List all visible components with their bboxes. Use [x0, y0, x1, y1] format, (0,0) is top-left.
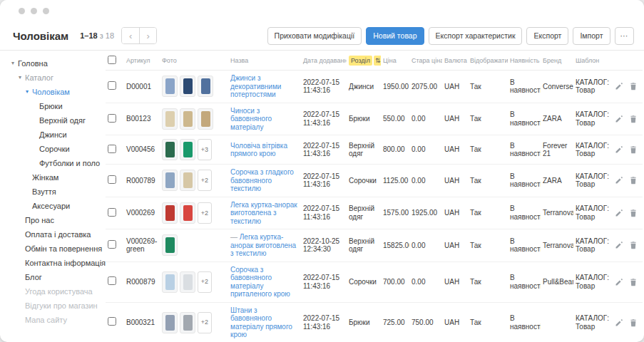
product-thumbnail[interactable]: [162, 312, 178, 333]
sidebar-item[interactable]: Оплата і доставка: [6, 227, 106, 242]
new-product-button[interactable]: Новий товар: [366, 27, 424, 45]
column-header-display[interactable]: Відображати: [468, 51, 508, 71]
sidebar-item[interactable]: Взуття: [6, 185, 106, 199]
column-header-old_price[interactable]: Стара ціна: [409, 51, 442, 71]
more-photos-badge[interactable]: +2: [198, 170, 212, 191]
product-name-link[interactable]: Чоловіча вітрівка прямого крою: [230, 142, 287, 158]
product-name-link[interactable]: Сорочка з бавовняного матеріалу притален…: [230, 266, 290, 299]
sidebar-item[interactable]: Аксесуари: [6, 199, 106, 213]
edit-icon[interactable]: [615, 115, 623, 123]
row-checkbox[interactable]: [108, 145, 116, 153]
more-photos-badge[interactable]: +2: [198, 312, 212, 333]
delete-icon[interactable]: [629, 278, 638, 286]
column-header-photo[interactable]: Фото: [160, 51, 228, 71]
window-minimize-button[interactable]: [31, 8, 37, 14]
product-thumbnail[interactable]: [162, 271, 178, 293]
product-thumbnail[interactable]: [180, 139, 195, 160]
sidebar-item[interactable]: Жінкам: [6, 170, 106, 185]
row-checkbox[interactable]: [108, 81, 116, 90]
more-photos-badge[interactable]: +2: [198, 271, 212, 293]
sort-direction-icon[interactable]: ⇅: [374, 56, 381, 66]
more-photos-badge[interactable]: +3: [198, 139, 212, 160]
product-thumbnail[interactable]: [180, 108, 195, 130]
sidebar-item[interactable]: Сорочки: [6, 142, 106, 156]
sidebar-item[interactable]: Про нас: [6, 213, 106, 227]
row-checkbox[interactable]: [108, 317, 116, 326]
column-header-price[interactable]: Ціна: [381, 51, 409, 71]
caret-down-icon[interactable]: ▾: [11, 59, 18, 68]
product-name-link[interactable]: Штани з бавовняного матеріалу прямого кр…: [230, 306, 292, 339]
product-thumbnail[interactable]: [162, 108, 178, 130]
delete-icon[interactable]: [629, 318, 638, 327]
import-button[interactable]: Імпорт: [573, 27, 610, 45]
sidebar-item[interactable]: Верхній одяг: [6, 113, 106, 128]
sidebar-item[interactable]: Футболки и поло: [6, 156, 106, 170]
sidebar-item[interactable]: Угода користувача: [6, 284, 106, 299]
edit-icon[interactable]: [615, 278, 623, 286]
sidebar-item[interactable]: Відгуки про магазин: [6, 299, 106, 313]
column-header-availability[interactable]: Наявність: [508, 51, 541, 71]
hide-modifications-button[interactable]: Приховати модифікації: [267, 27, 362, 45]
export-button[interactable]: Експорт: [526, 27, 568, 45]
product-thumbnail[interactable]: [162, 139, 178, 160]
product-thumbnail[interactable]: [180, 170, 195, 191]
row-checkbox[interactable]: [108, 208, 116, 217]
product-name-link[interactable]: Легка куртка-анорак виготовлена з тексти…: [230, 201, 297, 225]
sidebar-item[interactable]: ▾Каталог: [6, 71, 106, 85]
sidebar-item[interactable]: ▾Чоловікам: [6, 85, 106, 99]
product-thumbnail[interactable]: [162, 202, 178, 224]
column-header-currency[interactable]: Валюта: [442, 51, 468, 71]
delete-icon[interactable]: [629, 82, 638, 90]
product-name-link[interactable]: Чиноси з бавовняного матеріалу: [230, 107, 272, 131]
row-checkbox[interactable]: [108, 276, 116, 285]
sidebar-item[interactable]: Джинси: [6, 128, 106, 142]
delete-icon[interactable]: [629, 176, 638, 185]
product-thumbnail[interactable]: [180, 202, 195, 224]
sidebar-item[interactable]: Контактна інформація: [6, 256, 106, 270]
sidebar-item[interactable]: ▾Головна: [6, 56, 106, 71]
sidebar-item[interactable]: Брюки: [6, 99, 106, 113]
product-name-link[interactable]: Легка куртка-анорак виготовлена з тексти…: [230, 233, 296, 257]
delete-icon[interactable]: [629, 241, 638, 249]
edit-icon[interactable]: [615, 241, 623, 249]
caret-down-icon[interactable]: ▾: [26, 88, 32, 96]
pagination-prev-button[interactable]: ‹: [122, 28, 139, 43]
sidebar-item[interactable]: Обмін та повернення: [6, 242, 106, 256]
edit-icon[interactable]: [615, 82, 623, 90]
product-thumbnail[interactable]: [162, 76, 178, 97]
more-actions-button[interactable]: ⋯: [615, 27, 635, 45]
product-thumbnail[interactable]: [198, 76, 213, 97]
product-name-link[interactable]: Сорочка з гладкого бавовняного текстилю: [230, 168, 294, 192]
select-all-checkbox[interactable]: [108, 56, 116, 64]
sidebar-item[interactable]: Мапа сайту: [6, 313, 106, 327]
row-checkbox[interactable]: [108, 240, 116, 249]
caret-down-icon[interactable]: ▾: [19, 73, 25, 82]
delete-icon[interactable]: [629, 209, 638, 217]
edit-icon[interactable]: [615, 176, 623, 185]
column-header-brand[interactable]: Бренд: [541, 51, 573, 71]
pagination-next-button[interactable]: ›: [139, 28, 156, 43]
edit-icon[interactable]: [615, 318, 623, 327]
column-header-sku[interactable]: Артикул: [124, 51, 160, 71]
product-thumbnail[interactable]: [162, 234, 178, 256]
product-thumbnail[interactable]: [198, 108, 213, 130]
product-thumbnail[interactable]: [180, 312, 195, 333]
export-characteristics-button[interactable]: Експорт характеристик: [429, 27, 523, 45]
delete-icon[interactable]: [629, 145, 638, 154]
column-header-template[interactable]: Шаблон: [573, 51, 610, 71]
delete-icon[interactable]: [629, 115, 638, 123]
row-checkbox[interactable]: [108, 114, 116, 123]
window-maximize-button[interactable]: [43, 8, 49, 14]
sidebar-item[interactable]: Блог: [6, 270, 106, 284]
column-header-section[interactable]: Розділ⇅: [347, 51, 381, 71]
row-checkbox[interactable]: [108, 175, 116, 184]
product-thumbnail[interactable]: [180, 76, 195, 97]
column-header-name[interactable]: Назва: [228, 51, 301, 71]
window-close-button[interactable]: [19, 8, 25, 14]
column-header-date[interactable]: Дата додавання: [301, 51, 347, 71]
product-thumbnail[interactable]: [180, 271, 195, 293]
edit-icon[interactable]: [615, 145, 623, 154]
edit-icon[interactable]: [615, 209, 623, 217]
product-name-link[interactable]: Джинси з декоративними потертостями: [230, 74, 281, 98]
product-thumbnail[interactable]: [162, 170, 178, 191]
